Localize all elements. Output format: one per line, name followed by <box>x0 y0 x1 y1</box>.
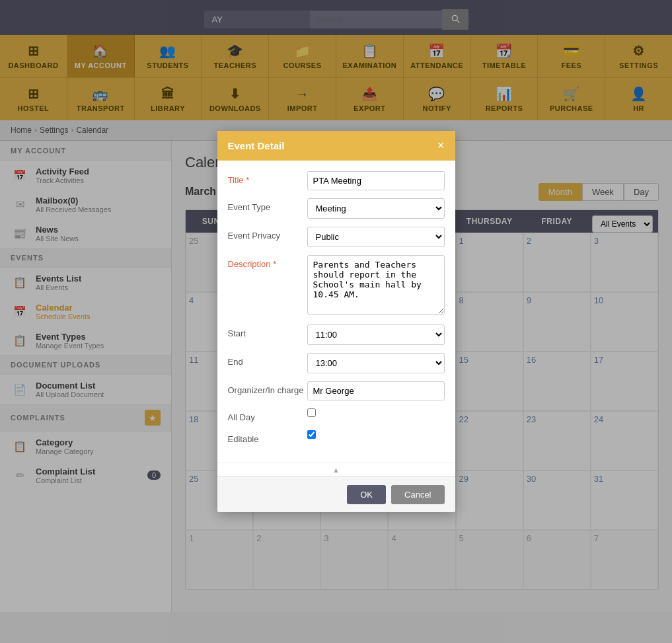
modal-body: Title * Event Type Meeting Holiday Exam … <box>217 161 455 463</box>
organizer-input[interactable] <box>307 381 445 400</box>
event-type-select[interactable]: Meeting Holiday Exam Other <box>307 198 445 219</box>
event-type-wrapper: Meeting Holiday Exam Other <box>307 198 445 219</box>
modal-overlay[interactable]: Event Detail × Title * Event Type Meetin… <box>0 0 672 612</box>
ok-button[interactable]: OK <box>347 485 386 504</box>
privacy-wrapper: Public Private <box>307 227 445 247</box>
title-label: Title * <box>228 171 307 185</box>
title-input-wrapper <box>307 171 445 190</box>
form-row-privacy: Event Privacy Public Private <box>228 227 445 247</box>
modal-scroll-indicator: ▲ <box>217 463 455 476</box>
description-wrapper: Parents and Teachers should report in th… <box>307 255 445 317</box>
end-select[interactable]: 12:00 13:00 14:00 <box>307 353 445 373</box>
modal-close-button[interactable]: × <box>437 139 445 153</box>
form-row-start: Start 11:00 12:00 13:00 <box>228 324 445 345</box>
privacy-label: Event Privacy <box>228 227 307 241</box>
event-detail-modal: Event Detail × Title * Event Type Meetin… <box>217 131 455 512</box>
organizer-wrapper <box>307 381 445 400</box>
allday-wrapper <box>307 408 445 419</box>
start-wrapper: 11:00 12:00 13:00 <box>307 324 445 345</box>
end-label: End <box>228 353 307 367</box>
editable-wrapper <box>307 430 445 441</box>
form-row-organizer: Organizer/In charge <box>228 381 445 400</box>
description-label: Description * <box>228 255 307 269</box>
form-row-editable: Editable <box>228 430 445 444</box>
modal-title: Event Detail <box>228 140 285 151</box>
privacy-select[interactable]: Public Private <box>307 227 445 247</box>
modal-footer: OK Cancel <box>217 476 455 512</box>
form-row-description: Description * Parents and Teachers shoul… <box>228 255 445 317</box>
form-row-end: End 12:00 13:00 14:00 <box>228 353 445 373</box>
end-wrapper: 12:00 13:00 14:00 <box>307 353 445 373</box>
form-row-event-type: Event Type Meeting Holiday Exam Other <box>228 198 445 219</box>
start-label: Start <box>228 324 307 338</box>
start-select[interactable]: 11:00 12:00 13:00 <box>307 324 445 345</box>
allday-label: All Day <box>228 408 307 422</box>
allday-checkbox[interactable] <box>307 408 316 417</box>
description-textarea[interactable]: Parents and Teachers should report in th… <box>307 255 445 315</box>
editable-checkbox[interactable] <box>307 430 316 439</box>
modal-header: Event Detail × <box>217 131 455 161</box>
event-type-label: Event Type <box>228 198 307 212</box>
organizer-label: Organizer/In charge <box>228 381 307 395</box>
editable-label: Editable <box>228 430 307 444</box>
form-row-title: Title * <box>228 171 445 190</box>
form-row-allday: All Day <box>228 408 445 422</box>
title-input[interactable] <box>307 171 445 190</box>
cancel-button[interactable]: Cancel <box>391 485 444 504</box>
